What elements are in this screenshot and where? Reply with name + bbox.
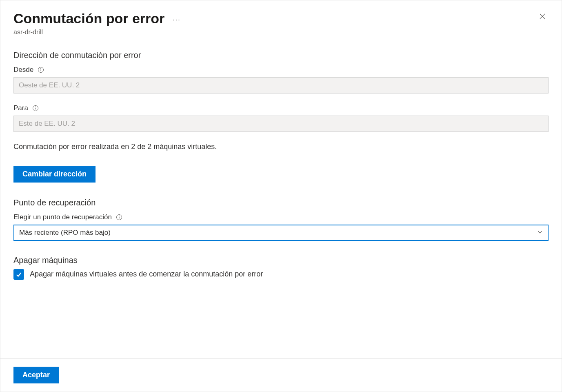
shutdown-checkbox-row: Apagar máquinas virtuales antes de comen… <box>13 269 549 280</box>
recovery-block: Punto de recuperación Elegir un punto de… <box>13 198 549 241</box>
recovery-choose-label: Elegir un punto de recuperación <box>13 213 112 221</box>
recovery-heading: Punto de recuperación <box>13 198 549 207</box>
shutdown-checkbox[interactable] <box>13 269 24 280</box>
info-icon[interactable] <box>116 214 122 220</box>
shutdown-block: Apagar máquinas Apagar máquinas virtuale… <box>13 256 549 280</box>
from-input <box>13 77 549 94</box>
header-row: Conmutación por error ··· <box>13 10 549 27</box>
failover-panel: Conmutación por error ··· asr-dr-drill D… <box>0 0 562 392</box>
from-label-row: Desde <box>13 66 549 74</box>
info-icon[interactable] <box>32 105 39 111</box>
to-label-row: Para <box>13 104 549 112</box>
svg-point-7 <box>35 107 36 107</box>
recovery-point-selected: Más reciente (RPO más bajo) <box>19 229 111 237</box>
to-label: Para <box>13 104 28 112</box>
from-field-block: Desde <box>13 66 549 94</box>
recovery-label-row: Elegir un punto de recuperación <box>13 213 549 221</box>
svg-point-10 <box>119 216 120 216</box>
page-title: Conmutación por error <box>13 10 164 27</box>
change-direction-block: Cambiar dirección <box>13 166 549 183</box>
checkmark-icon <box>15 271 22 278</box>
close-icon <box>539 13 546 20</box>
page-subtitle: asr-dr-drill <box>13 29 549 36</box>
shutdown-heading: Apagar máquinas <box>13 256 549 265</box>
chevron-down-icon <box>537 229 543 237</box>
shutdown-checkbox-label: Apagar máquinas virtuales antes de comen… <box>30 270 263 278</box>
svg-point-4 <box>41 68 41 69</box>
change-direction-button[interactable]: Cambiar dirección <box>13 166 96 183</box>
content-area: Conmutación por error ··· asr-dr-drill D… <box>13 10 549 392</box>
close-button[interactable] <box>536 10 549 22</box>
direction-heading: Dirección de conmutación por error <box>13 51 549 60</box>
from-label: Desde <box>13 66 33 74</box>
info-icon[interactable] <box>38 67 44 73</box>
to-field-block: Para <box>13 104 549 132</box>
title-block: Conmutación por error ··· <box>13 10 181 27</box>
more-actions-icon[interactable]: ··· <box>173 16 180 24</box>
footer-bar: Aceptar <box>0 358 562 392</box>
to-input <box>13 116 549 132</box>
failover-status-text: Conmutación por error realizada en 2 de … <box>13 143 549 151</box>
recovery-point-dropdown[interactable]: Más reciente (RPO más bajo) <box>13 225 549 241</box>
accept-button[interactable]: Aceptar <box>13 367 59 383</box>
